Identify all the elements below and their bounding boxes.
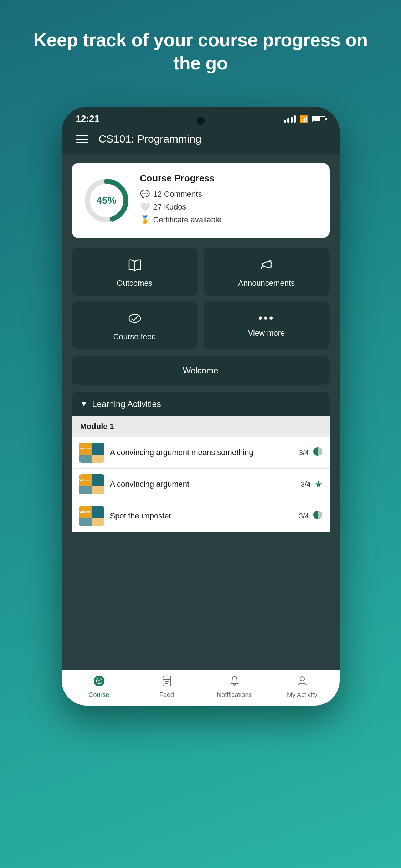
- certificate-icon: 🏅: [140, 215, 150, 224]
- svg-point-15: [300, 677, 304, 681]
- battery-icon: [312, 116, 325, 122]
- outcomes-label: Outcomes: [117, 279, 152, 288]
- camera: [197, 117, 205, 125]
- nav-item-feed[interactable]: Feed: [149, 675, 185, 699]
- nav-label-feed: Feed: [159, 691, 174, 699]
- svg-rect-12: [163, 676, 171, 680]
- nav-item-course[interactable]: Course: [81, 675, 117, 699]
- activity-title: Spot the imposter: [110, 511, 293, 521]
- kudos-label: 27 Kudos: [153, 202, 186, 212]
- comments-stat: 💬 12 Comments: [140, 190, 320, 199]
- outcomes-icon: [128, 259, 142, 274]
- nav-item-my-activity[interactable]: My Activity: [284, 675, 320, 699]
- nav-item-notifications[interactable]: Notifications: [217, 675, 252, 699]
- nav-label-my-activity: My Activity: [287, 691, 317, 699]
- announcements-button[interactable]: Announcements: [204, 248, 330, 296]
- phone-frame: 12:21 📶 CS101: Programming: [62, 107, 340, 706]
- outcomes-button[interactable]: Outcomes: [72, 248, 198, 296]
- activity-title: A convincing argument: [110, 479, 295, 490]
- progress-info: Course Progress 💬 12 Comments 🤍 27 Kudos…: [140, 173, 320, 228]
- view-more-button[interactable]: ••• View more: [204, 301, 330, 349]
- activity-title: A convincing argument means something: [110, 447, 293, 458]
- comment-icon: 💬: [140, 190, 150, 199]
- course-feed-button[interactable]: Course feed: [72, 301, 198, 349]
- star-icon: ★: [314, 479, 323, 490]
- app-header-title: CS101: Programming: [99, 133, 201, 145]
- status-time: 12:21: [76, 113, 100, 124]
- learning-activities-label: Learning Activities: [92, 399, 161, 409]
- activity-thumbnail: Welcome: [79, 506, 104, 526]
- phone-inner: 12:21 📶 CS101: Programming: [62, 107, 340, 706]
- svg-rect-11: [163, 676, 171, 686]
- comments-label: 12 Comments: [153, 190, 202, 199]
- partial-complete-icon: [313, 446, 323, 459]
- bottom-nav: Course Feed: [62, 670, 340, 706]
- activity-score: 3/4: [301, 480, 311, 489]
- view-more-label: View more: [248, 329, 285, 338]
- activity-thumbnail: Welcome: [79, 474, 104, 494]
- signal-icon: [284, 115, 296, 123]
- activity-score: 3/4: [299, 512, 309, 520]
- module-header: Module 1: [72, 416, 330, 437]
- status-icons: 📶: [284, 115, 325, 123]
- activity-thumbnail: Welcome: [79, 443, 104, 463]
- menu-button[interactable]: [76, 135, 88, 143]
- chevron-down-icon: ▼: [80, 399, 88, 409]
- feed-icon: [161, 675, 172, 689]
- kudos-stat: 🤍 27 Kudos: [140, 202, 320, 212]
- announcements-label: Announcements: [238, 279, 295, 288]
- welcome-button[interactable]: Welcome: [72, 356, 330, 385]
- activity-item[interactable]: Welcome A convincing argument 3/4 ★: [72, 469, 330, 500]
- main-content: 45% Course Progress 💬 12 Comments 🤍 27 K…: [62, 154, 340, 670]
- app-header: CS101: Programming: [62, 128, 340, 154]
- activity-score: 3/4: [299, 449, 309, 457]
- learning-activities-header[interactable]: ▼ Learning Activities: [72, 392, 330, 416]
- quick-actions-grid: Outcomes Announcements: [72, 248, 330, 349]
- course-feed-label: Course feed: [113, 332, 156, 341]
- view-more-icon: •••: [258, 312, 275, 324]
- bell-icon: [229, 675, 240, 689]
- certificate-stat: 🏅 Certificate available: [140, 215, 320, 224]
- hero-title: Keep track of your course progress on th…: [0, 29, 401, 75]
- announcements-icon: [259, 259, 274, 274]
- partial-complete-icon: [313, 510, 323, 522]
- activity-meta: 3/4: [299, 510, 323, 522]
- heart-icon: 🤍: [140, 202, 150, 212]
- activity-meta: 3/4: [299, 446, 323, 459]
- activity-meta: 3/4 ★: [301, 479, 323, 490]
- nav-label-course: Course: [88, 691, 109, 699]
- activity-item[interactable]: Welcome A convincing argument means some…: [72, 437, 330, 469]
- learning-activities: ▼ Learning Activities Module 1 Welcome A…: [72, 392, 330, 532]
- activity-item[interactable]: Welcome Spot the imposter 3/4: [72, 500, 330, 532]
- compass-icon: [93, 675, 105, 689]
- progress-title: Course Progress: [140, 173, 320, 184]
- module-list: Module 1 Welcome A convincing argument m…: [72, 416, 330, 532]
- person-icon: [297, 675, 307, 689]
- nav-label-notifications: Notifications: [217, 691, 252, 699]
- svg-point-7: [94, 676, 104, 686]
- course-feed-icon: [128, 312, 142, 327]
- svg-line-4: [261, 266, 262, 269]
- progress-card: 45% Course Progress 💬 12 Comments 🤍 27 K…: [72, 163, 330, 238]
- progress-percent: 45%: [96, 195, 116, 206]
- wifi-icon: 📶: [299, 115, 308, 123]
- certificate-label: Certificate available: [153, 215, 222, 224]
- progress-donut: 45%: [82, 176, 132, 226]
